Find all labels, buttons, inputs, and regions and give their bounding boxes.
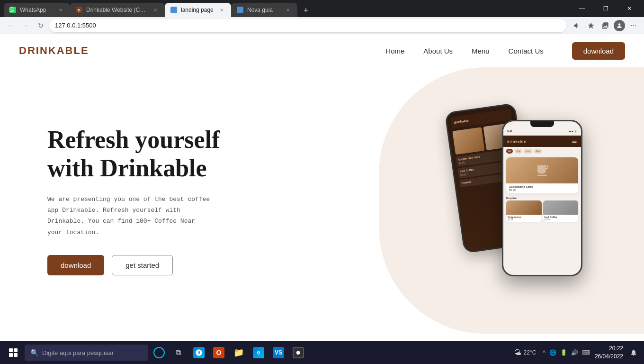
obs-icon: ⏺ <box>293 347 304 358</box>
tab-bar: WhatsApp ✕ D Drinkable Website (Communit… <box>0 0 644 17</box>
taskbar-sys-icons: ^ 🌐 🔋 🔊 ⌨ <box>542 348 591 357</box>
taskbar-apps: O 📁 e VS ⏺ <box>189 343 308 362</box>
forward-button[interactable]: → <box>19 19 32 32</box>
nav-links: Home About Us Menu Contact Us download <box>385 42 625 60</box>
phone-back-header-text: drinkable <box>454 118 469 124</box>
address-input[interactable] <box>49 19 566 32</box>
nav-contact[interactable]: Contact Us <box>509 47 544 55</box>
nav-download-button[interactable]: download <box>572 42 625 60</box>
keyboard-icon[interactable]: ⌨ <box>581 348 591 357</box>
phones-container: drinkable Cappuccino Latte $5.99 Iced Co… <box>436 91 587 319</box>
favorites-icon[interactable] <box>584 19 598 32</box>
taskbar-search[interactable]: 🔍 Digite aqui para pesquisar <box>25 345 148 361</box>
window-controls: — ❐ ✕ <box>571 0 640 17</box>
battery-icon[interactable]: 🔋 <box>559 348 568 357</box>
phone-app-header: drinkable <box>503 136 581 147</box>
tab-close-landing[interactable]: ✕ <box>218 6 225 14</box>
close-button[interactable]: ✕ <box>618 0 640 17</box>
start-button[interactable] <box>4 343 23 362</box>
phone-product-img-inner <box>506 157 578 183</box>
taskbar-app-office[interactable]: O <box>209 343 228 362</box>
hero-image-area: drinkable Cappuccino Latte $5.99 Iced Co… <box>379 67 644 334</box>
taskbar-clock[interactable]: 20:22 26/04/2022 <box>595 345 623 361</box>
reload-button[interactable]: ↻ <box>34 19 47 32</box>
phone-small-card-2: Iced Coffee $4.99 <box>543 200 579 222</box>
phone-status-time: 9:41 <box>507 130 512 133</box>
office-icon: O <box>213 347 224 358</box>
phone-back-img1 <box>452 127 484 155</box>
phone-cat-hot: Hot <box>515 149 522 154</box>
phone-cat-iced: Iced <box>524 149 532 154</box>
nav-home[interactable]: Home <box>385 47 404 55</box>
phone-categories: All Hot Iced Tea <box>503 147 581 155</box>
tab-close-nova[interactable]: ✕ <box>284 6 292 14</box>
phone-front-mockup: 9:41 ●●● 🔋 drinkable All Hot Iced Tea <box>502 120 582 276</box>
taskbar-taskview[interactable]: ⧉ <box>169 343 188 362</box>
new-tab-button[interactable]: + <box>299 4 313 17</box>
taskbar-search-text: Digite aqui para pesquisar <box>42 349 114 356</box>
taskbar-right: 🌤 22°C ^ 🌐 🔋 🔊 ⌨ 20:22 26/04/2022 <box>514 345 640 361</box>
taskbar-app-edge[interactable]: e <box>249 343 268 362</box>
tab-label-whatsapp: WhatsApp <box>20 7 53 13</box>
start-icon <box>9 348 18 357</box>
phone-product-info: Cappuccino Latte $5.99 <box>506 183 578 193</box>
tab-nova[interactable]: Nova guia ✕ <box>231 3 297 17</box>
speaker-icon[interactable]: 🔊 <box>570 348 579 357</box>
hero-buttons: download get started <box>47 255 220 275</box>
taskbar: 🔍 Digite aqui para pesquisar ⧉ O 📁 e VS … <box>0 341 644 364</box>
tab-favicon-whatsapp <box>9 7 16 13</box>
website-content: DRINKABLE Home About Us Menu Contact Us … <box>0 34 644 334</box>
maximize-button[interactable]: ❐ <box>595 0 617 17</box>
taskbar-search-icon: 🔍 <box>30 349 38 356</box>
tab-drinkable[interactable]: D Drinkable Website (Community) ✕ <box>70 3 165 17</box>
collections-icon[interactable] <box>599 19 612 32</box>
hero-download-button[interactable]: download <box>47 255 104 275</box>
clock-date: 26/04/2022 <box>595 353 623 361</box>
phone-small-info-1: Cappuccino $5.99 <box>506 215 542 222</box>
taskbar-app-obs[interactable]: ⏺ <box>289 343 308 362</box>
phone-small-cards: Cappuccino $5.99 Iced Coffee $4.99 <box>503 200 581 222</box>
tab-favicon-nova <box>237 7 243 13</box>
tab-close-drinkable[interactable]: ✕ <box>152 6 159 14</box>
tab-label-nova: Nova guia <box>247 7 280 13</box>
tab-label-landing: landing page <box>181 7 214 13</box>
edge-icon: e <box>253 347 264 358</box>
taskbar-app-vscode[interactable]: VS <box>269 343 288 362</box>
vscode-icon: VS <box>273 347 284 358</box>
back-button[interactable]: ← <box>4 19 17 32</box>
more-options-icon[interactable]: ⋯ <box>627 19 640 32</box>
weather-icon: 🌤 <box>514 348 521 357</box>
chevron-up-icon[interactable]: ^ <box>542 348 546 357</box>
hero-title-line2: with Drinkable <box>47 155 207 182</box>
phone-app-logo: drinkable <box>507 140 526 143</box>
nav-about[interactable]: About Us <box>423 47 453 55</box>
tab-close-whatsapp[interactable]: ✕ <box>57 6 64 14</box>
browser-chrome: WhatsApp ✕ D Drinkable Website (Communit… <box>0 0 644 34</box>
phone-small-price-1: $5.99 <box>508 218 540 221</box>
tab-favicon-landing <box>170 7 177 13</box>
hero-section: Refresh yourself with Drinkable We are p… <box>0 67 644 334</box>
phone-product-price: $5.99 <box>509 189 575 191</box>
phone-section-popular: Popular <box>503 195 581 200</box>
nav-menu[interactable]: Menu <box>472 47 490 55</box>
tab-whatsapp[interactable]: WhatsApp ✕ <box>4 3 70 17</box>
read-aloud-icon[interactable] <box>570 19 583 32</box>
phone-front-screen: 9:41 ●●● 🔋 drinkable All Hot Iced Tea <box>503 121 581 275</box>
taskbar-app-store[interactable] <box>189 343 208 362</box>
tab-label-drinkable: Drinkable Website (Community) <box>86 7 148 13</box>
taskbar-cortana[interactable] <box>150 343 169 362</box>
clock-time: 20:22 <box>595 345 623 353</box>
profile-icon-btn[interactable] <box>613 19 626 32</box>
store-icon <box>193 347 205 358</box>
phone-small-img-2 <box>543 200 579 215</box>
phone-product-name: Cappuccino Latte <box>509 185 575 188</box>
tab-landing[interactable]: landing page ✕ <box>165 3 231 17</box>
phone-notch <box>530 121 554 127</box>
taskbar-app-files[interactable]: 📁 <box>229 343 248 362</box>
minimize-button[interactable]: — <box>571 0 593 17</box>
network-icon[interactable]: 🌐 <box>548 348 557 357</box>
hero-get-started-button[interactable]: get started <box>112 255 173 275</box>
notification-button[interactable] <box>627 346 640 359</box>
phone-small-img-1 <box>506 200 542 215</box>
phone-small-price-2: $4.99 <box>545 218 577 221</box>
